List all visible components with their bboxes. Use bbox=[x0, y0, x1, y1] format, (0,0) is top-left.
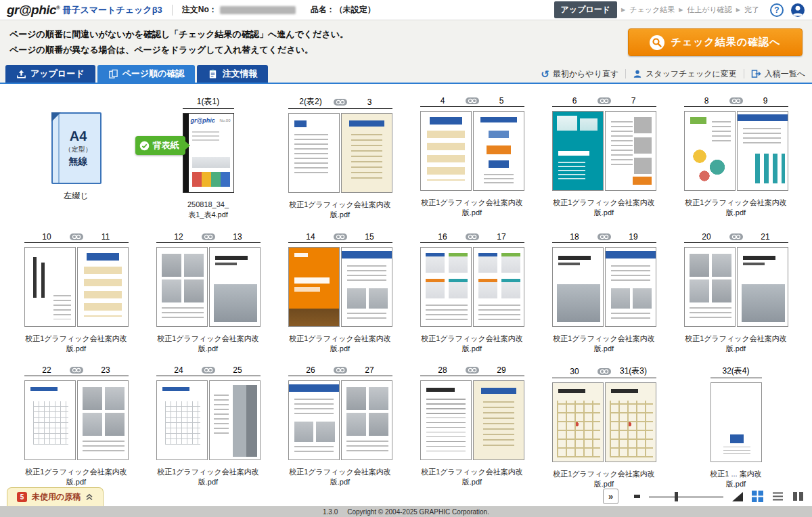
page-thumbnail[interactable] bbox=[605, 382, 656, 462]
page-numbers: 67 bbox=[552, 96, 656, 107]
page-thumbnail[interactable] bbox=[605, 247, 656, 327]
page-thumbnail[interactable] bbox=[737, 247, 788, 327]
cover-spread: 1(表1) 背表紙 gr@phic No.00 250818_34_表1_表4.… bbox=[183, 96, 234, 220]
page-number: 20 bbox=[684, 232, 729, 242]
page-thumbnail[interactable] bbox=[341, 380, 392, 460]
page-thumbnail[interactable] bbox=[209, 380, 261, 460]
submission-list-link[interactable]: 入稿一覧へ bbox=[751, 68, 805, 80]
link-icon bbox=[729, 233, 743, 240]
spread-filename: 校正1グラフィック会社案内改版.pdf bbox=[421, 467, 524, 487]
page-number: 32(表4) bbox=[710, 365, 762, 377]
page-thumbnail[interactable] bbox=[288, 113, 340, 193]
page-number: 27 bbox=[347, 365, 392, 375]
submission-list-link-label: 入稿一覧へ bbox=[765, 68, 805, 80]
header-divider bbox=[172, 5, 173, 16]
page-numbers: 1415 bbox=[288, 232, 392, 243]
staff-check-link[interactable]: スタッフチェックに変更 bbox=[633, 68, 737, 80]
link-icon bbox=[202, 367, 215, 374]
page-thumbnail[interactable] bbox=[420, 247, 472, 327]
page-thumbnail[interactable] bbox=[552, 247, 604, 327]
app-title: 冊子スマートチェックβ3 bbox=[63, 4, 162, 16]
staff-check-link-label: スタッフチェックに変更 bbox=[646, 68, 737, 80]
tab-upload[interactable]: アップロード bbox=[5, 65, 95, 83]
zoom-slider[interactable] bbox=[649, 492, 723, 501]
page-numbers: 2425 bbox=[156, 365, 261, 376]
page-thumbnail[interactable] bbox=[288, 247, 340, 327]
spread: 32(表4)校正1 ... 案内改版.pdf bbox=[708, 365, 764, 489]
page-thumbnail[interactable] bbox=[341, 113, 392, 193]
help-button[interactable]: ? bbox=[770, 3, 784, 17]
page-number: 3 bbox=[347, 97, 392, 107]
zoom-slider-handle[interactable] bbox=[675, 492, 678, 501]
page-thumbnail[interactable] bbox=[737, 111, 788, 191]
page-thumbnail[interactable] bbox=[209, 247, 261, 327]
page-thumbnail[interactable] bbox=[288, 380, 340, 460]
unused-drafts-tab[interactable]: 5 未使用の原稿 bbox=[7, 487, 104, 506]
page-number: 22 bbox=[24, 365, 70, 375]
spread-view-icon[interactable] bbox=[792, 491, 804, 501]
page-thumbnail[interactable] bbox=[552, 382, 604, 462]
link-icon bbox=[597, 233, 611, 240]
copyright-label: Copyright © 2004-2025 GRAPHIC Corporatio… bbox=[347, 508, 489, 516]
page-numbers: 2829 bbox=[420, 365, 524, 376]
user-avatar-icon[interactable] bbox=[790, 3, 805, 18]
check-result-confirm-button[interactable]: チェック結果の確認へ bbox=[628, 28, 803, 56]
tab-upload-label: アップロード bbox=[30, 68, 85, 80]
page-thumbnail[interactable] bbox=[710, 382, 762, 462]
page-thumbnail[interactable] bbox=[24, 380, 76, 460]
page-thumbnail[interactable] bbox=[156, 247, 208, 327]
binding-format: （定型） bbox=[65, 145, 92, 154]
list-view-icon[interactable] bbox=[772, 491, 784, 501]
page-number: 25 bbox=[215, 365, 261, 375]
page-thumbnail[interactable] bbox=[77, 380, 129, 460]
restart-link[interactable]: ↺ 最初からやり直す bbox=[541, 68, 618, 80]
version-label: 1.3.0 bbox=[323, 508, 338, 516]
breadcrumb-arrow-icon: ▶ bbox=[679, 7, 683, 13]
breadcrumb-step: 完了 bbox=[744, 5, 759, 15]
page-numbers: 1617 bbox=[420, 232, 524, 243]
expand-panel-button[interactable]: » bbox=[603, 489, 618, 504]
spread-filename: 校正1グラフィック会社案内改版.pdf bbox=[553, 198, 656, 218]
spread-filename: 校正1グラフィック会社案内改版.pdf bbox=[553, 334, 656, 354]
page-thumbnail[interactable] bbox=[605, 111, 656, 191]
page-thumbnail[interactable] bbox=[420, 111, 472, 191]
page-thumbnail[interactable] bbox=[552, 111, 604, 191]
bottom-bar: 5 未使用の原稿 » bbox=[0, 486, 812, 506]
page-thumbnail[interactable] bbox=[77, 247, 129, 327]
order-no-redacted bbox=[220, 6, 296, 14]
unused-count-badge: 5 bbox=[17, 492, 27, 502]
breadcrumb-arrow-icon: ▶ bbox=[736, 7, 740, 13]
grid-view-icon[interactable] bbox=[752, 491, 763, 502]
tool-links: ↺ 最初からやり直す スタッフチェックに変更 入稿一覧へ bbox=[541, 65, 812, 83]
page-thumbnail[interactable] bbox=[684, 111, 736, 191]
tool-links-divider bbox=[625, 69, 626, 78]
page-thumbnail[interactable] bbox=[420, 380, 472, 460]
link-icon bbox=[466, 97, 479, 104]
page-number: 8 bbox=[684, 96, 729, 106]
restart-link-label: 最初からやり直す bbox=[553, 68, 618, 80]
tab-order-info[interactable]: 注文情報 bbox=[197, 65, 268, 83]
page-thumbnail[interactable] bbox=[684, 247, 736, 327]
zoom-in-icon[interactable] bbox=[732, 492, 743, 501]
tab-page-order-label: ページ順の確認 bbox=[122, 68, 185, 80]
page-thumbnail[interactable] bbox=[341, 247, 392, 327]
zoom-out-icon[interactable] bbox=[634, 495, 640, 498]
page-thumbnail-cover[interactable]: gr@phic No.00 bbox=[183, 113, 234, 193]
page-number: 4 bbox=[420, 96, 466, 106]
page-number: 14 bbox=[288, 232, 334, 242]
page-thumbnail[interactable] bbox=[24, 247, 76, 327]
check-icon bbox=[139, 141, 150, 151]
spread: 1415校正1グラフィック会社案内改版.pdf bbox=[288, 232, 392, 354]
page-number: 15 bbox=[347, 232, 392, 242]
spread-filename: 250818_34_表1_表4.pdf bbox=[187, 200, 230, 220]
chevrons-up-icon bbox=[85, 493, 93, 501]
page-numbers: 1819 bbox=[552, 232, 656, 243]
page-thumbnail[interactable] bbox=[473, 111, 524, 191]
page-thumbnail[interactable] bbox=[473, 380, 524, 460]
spread-filename: 校正1グラフィック会社案内改版.pdf bbox=[157, 334, 260, 354]
page-number: 21 bbox=[743, 232, 788, 242]
tab-page-order[interactable]: ページ順の確認 bbox=[97, 65, 196, 83]
page-thumbnail[interactable] bbox=[473, 247, 524, 327]
pages-icon bbox=[108, 69, 118, 79]
page-thumbnail[interactable] bbox=[156, 380, 208, 460]
